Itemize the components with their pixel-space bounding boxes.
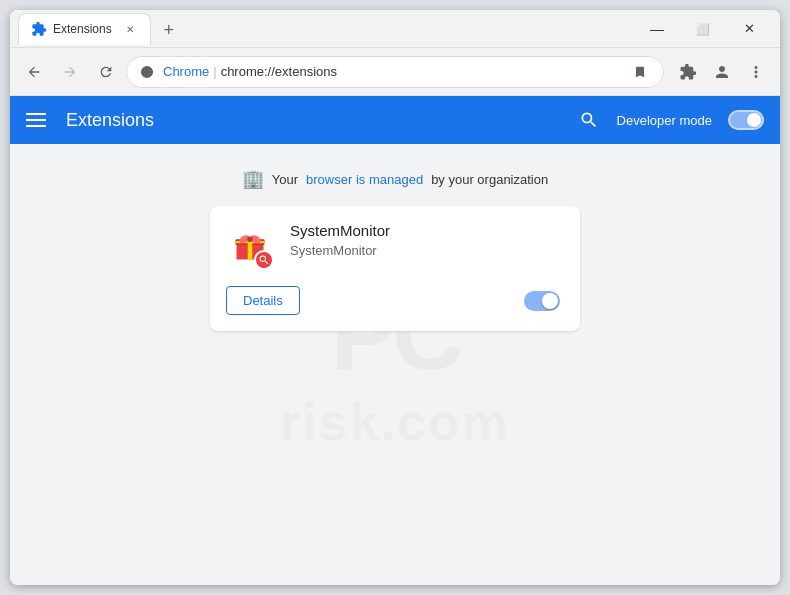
extensions-content: PC risk.com 🏢 Your browser is managed by… — [10, 144, 780, 585]
extension-icon — [226, 222, 274, 270]
extension-card-bottom: Details — [226, 286, 560, 315]
reload-button[interactable] — [90, 56, 122, 88]
watermark-bottom: risk.com — [280, 392, 510, 452]
tab-label: Extensions — [53, 22, 112, 36]
back-button[interactable] — [18, 56, 50, 88]
managed-text-after: by your organization — [431, 172, 548, 187]
minimize-icon — [650, 21, 664, 37]
maximize-icon — [696, 22, 710, 36]
close-icon — [744, 21, 755, 36]
developer-mode-label: Developer mode — [617, 113, 712, 128]
site-security-icon — [139, 64, 155, 80]
extension-card-top: SystemMonitor SystemMonitor — [226, 222, 560, 270]
nav-right-icons — [672, 56, 772, 88]
address-bar[interactable]: Chrome | chrome://extensions — [126, 56, 664, 88]
titlebar-controls — [634, 10, 772, 47]
managed-banner: 🏢 Your browser is managed by your organi… — [242, 168, 548, 190]
extensions-header: Extensions Developer mode — [10, 96, 780, 144]
account-icon[interactable] — [706, 56, 738, 88]
url-chrome-label: Chrome — [163, 64, 209, 79]
address-bar-icons — [629, 61, 651, 83]
extension-info: SystemMonitor SystemMonitor — [290, 222, 560, 258]
new-tab-button[interactable]: + — [155, 17, 183, 45]
tab-close-button[interactable]: ✕ — [122, 21, 138, 37]
extensions-toolbar-icon[interactable] — [672, 56, 704, 88]
url-path-label: chrome://extensions — [221, 64, 337, 79]
managed-icon: 🏢 — [242, 168, 264, 190]
svg-point-7 — [247, 236, 253, 242]
search-extensions-button[interactable] — [577, 108, 601, 132]
title-bar: Extensions ✕ + — [10, 10, 780, 48]
extension-enable-toggle[interactable] — [524, 291, 560, 311]
active-tab[interactable]: Extensions ✕ — [18, 13, 151, 45]
details-button[interactable]: Details — [226, 286, 300, 315]
extensions-title: Extensions — [66, 110, 561, 131]
bookmark-icon[interactable] — [629, 61, 651, 83]
minimize-button[interactable] — [634, 10, 680, 47]
browser-window: Extensions ✕ + — [10, 10, 780, 585]
extension-name: SystemMonitor — [290, 222, 560, 239]
maximize-button[interactable] — [680, 10, 726, 47]
close-button[interactable] — [726, 10, 772, 47]
tab-extension-icon — [31, 21, 47, 37]
url-separator: | — [213, 64, 216, 79]
url-display: Chrome | chrome://extensions — [163, 64, 621, 79]
chrome-menu-icon[interactable] — [740, 56, 772, 88]
hamburger-menu-button[interactable] — [26, 108, 50, 132]
header-right: Developer mode — [577, 108, 764, 132]
developer-mode-toggle[interactable] — [728, 110, 764, 130]
extension-card: SystemMonitor SystemMonitor Details — [210, 206, 580, 331]
nav-bar: Chrome | chrome://extensions — [10, 48, 780, 96]
managed-link[interactable]: browser is managed — [306, 172, 423, 187]
forward-button[interactable] — [54, 56, 86, 88]
tabs-bar: Extensions ✕ + — [18, 13, 630, 45]
extension-description: SystemMonitor — [290, 243, 560, 258]
managed-text-before: Your — [272, 172, 298, 187]
